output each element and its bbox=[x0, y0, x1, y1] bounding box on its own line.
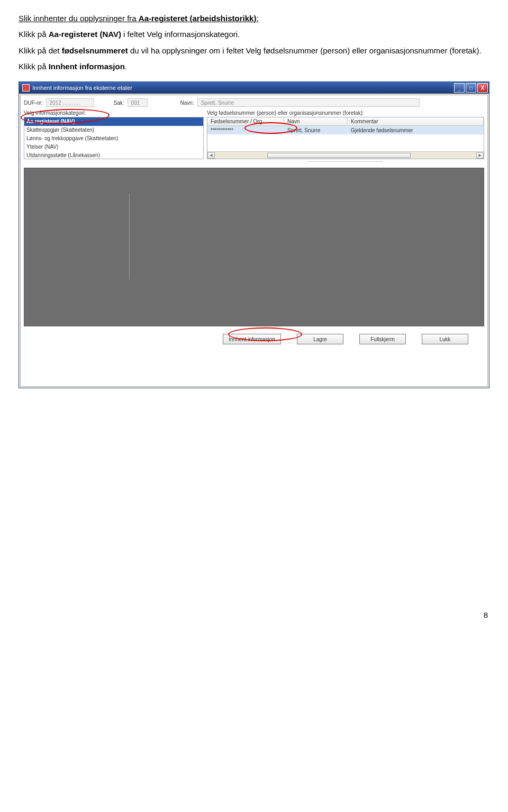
navn-label: Navn: bbox=[180, 100, 194, 106]
intro-para-1: Klikk på Aa-registeret (NAV) i feltet Ve… bbox=[19, 29, 489, 40]
para3-a: Klikk på bbox=[19, 62, 49, 71]
para2-a: Klikk på det bbox=[19, 46, 62, 55]
vertical-divider-dots bbox=[129, 195, 130, 279]
minimize-icon: _ bbox=[458, 85, 461, 91]
fnr-table-header: Fødselsnummer / Org. Navn Kommentar bbox=[207, 117, 484, 126]
maximize-button[interactable]: □ bbox=[466, 83, 476, 93]
scroll-left-button[interactable]: ◄ bbox=[207, 152, 215, 159]
cell-kommentar: Gjeldende fødselsnummer bbox=[348, 126, 484, 134]
intro-para-2: Klikk på det fødselsnummeret du vil ha o… bbox=[19, 45, 489, 56]
intro-title-tail: : bbox=[256, 14, 258, 23]
chevron-left-icon: ◄ bbox=[209, 153, 213, 158]
category-item-lonns-trekk[interactable]: Lønns- og trekkoppgave (Skatteetaten) bbox=[24, 134, 203, 143]
app-window: Innhent informasjon fra eksterne etater … bbox=[19, 81, 489, 388]
sak-field: 001 bbox=[128, 98, 148, 107]
col-kommentar[interactable]: Kommentar bbox=[348, 117, 484, 125]
category-item-skatteoppgjor[interactable]: Skatteoppgjør (Skatteetaten) bbox=[24, 126, 203, 134]
scroll-right-button[interactable]: ► bbox=[476, 152, 484, 159]
duf-field: 2012 ………. bbox=[46, 98, 94, 107]
fullskjerm-button[interactable]: Fullskjerm bbox=[359, 334, 406, 344]
fnr-table[interactable]: Fødselsnummer / Org. Navn Kommentar ****… bbox=[207, 117, 484, 159]
cell-navn: Sprett, Snurre bbox=[284, 126, 348, 134]
app-screenshot: Innhent informasjon fra eksterne etater … bbox=[19, 81, 489, 388]
cell-fnr: *********** bbox=[207, 126, 284, 134]
chevron-right-icon: ► bbox=[478, 153, 482, 158]
para3-b: Innhent informasjon bbox=[49, 62, 125, 71]
innhent-informasjon-button[interactable]: Innhent informasjon bbox=[223, 334, 281, 344]
para3-c: . bbox=[125, 62, 127, 71]
sak-label: Sak: bbox=[114, 100, 124, 106]
intro-title: Slik innhenter du opplysninger fra Aa-re… bbox=[19, 13, 489, 24]
intro-para-3: Klikk på Innhent informasjon. bbox=[19, 61, 489, 72]
para2-c: du vil ha opplysninger om i feltet Velg … bbox=[128, 46, 482, 55]
window-controls: _ □ X bbox=[454, 83, 488, 93]
fnr-table-row[interactable]: *********** Sprett, Snurre Gjeldende fød… bbox=[207, 126, 484, 134]
duf-label: DUF-nr: bbox=[24, 100, 43, 106]
content-panel: DUF-nr: 2012 ………. Sak: 001 Navn: Sprett,… bbox=[20, 95, 488, 387]
lukk-button[interactable]: Lukk bbox=[422, 334, 468, 344]
para2-b: fødselsnummeret bbox=[62, 46, 128, 55]
right-column: Velg fødselsnummer (person) eller organi… bbox=[207, 110, 484, 165]
page-number: 8 bbox=[19, 610, 489, 619]
horizontal-scrollbar[interactable]: ◄ ► bbox=[207, 151, 484, 159]
header-row: DUF-nr: 2012 ………. Sak: 001 Navn: Sprett,… bbox=[24, 98, 484, 107]
close-button[interactable]: X bbox=[477, 83, 488, 93]
scroll-thumb[interactable] bbox=[267, 153, 411, 158]
lagre-button[interactable]: Lagre bbox=[297, 334, 343, 344]
para1-a: Klikk på bbox=[19, 30, 49, 39]
maximize-icon: □ bbox=[469, 85, 473, 91]
titlebar[interactable]: Innhent informasjon fra eksterne etater … bbox=[19, 82, 489, 94]
window-inner: DUF-nr: 2012 ………. Sak: 001 Navn: Sprett,… bbox=[19, 94, 489, 388]
minimize-button[interactable]: _ bbox=[454, 83, 465, 93]
category-label: Velg informasjonskategori: bbox=[24, 110, 204, 116]
intro-title-bold: Aa-registeret (arbeidshistorikk) bbox=[139, 14, 257, 23]
col-fnr[interactable]: Fødselsnummer / Org. bbox=[207, 117, 284, 125]
left-column: Velg informasjonskategori: Aa-registeret… bbox=[24, 110, 204, 165]
main-split: Velg informasjonskategori: Aa-registeret… bbox=[24, 110, 484, 165]
category-item-aa-registeret[interactable]: Aa-registeret (NAV) bbox=[24, 117, 203, 126]
scroll-track[interactable] bbox=[215, 152, 476, 159]
results-panel bbox=[24, 168, 484, 326]
category-listbox[interactable]: Aa-registeret (NAV) Skatteoppgjør (Skatt… bbox=[24, 117, 204, 159]
intro-title-plain: Slik innhenter du opplysninger fra bbox=[19, 14, 139, 23]
fnr-label: Velg fødselsnummer (person) eller organi… bbox=[207, 110, 484, 116]
close-icon: X bbox=[481, 85, 485, 91]
dotted-divider bbox=[309, 161, 383, 165]
para1-c: i feltet Velg informasjonskategori. bbox=[121, 30, 240, 39]
col-navn[interactable]: Navn bbox=[284, 117, 348, 125]
para1-b: Aa-registeret (NAV) bbox=[49, 30, 121, 39]
navn-field: Sprett, Snurre bbox=[197, 98, 420, 107]
window-title: Innhent informasjon fra eksterne etater bbox=[32, 85, 454, 91]
app-icon bbox=[22, 84, 30, 92]
category-item-ytelser[interactable]: Ytelser (NAV) bbox=[24, 143, 203, 151]
category-item-utdanningsstotte[interactable]: Utdanningsstøtte (Lånekassen) bbox=[24, 151, 203, 160]
button-bar: Innhent informasjon Lagre Fullskjerm Luk… bbox=[24, 326, 484, 348]
